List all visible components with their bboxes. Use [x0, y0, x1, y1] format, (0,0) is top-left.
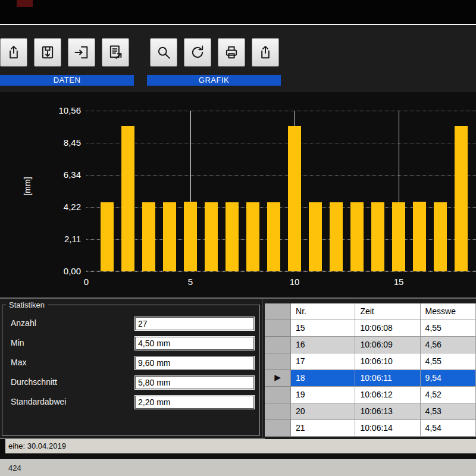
toolbar-group-grafik: GRAFIK [147, 25, 281, 86]
stat-label-max: Max [11, 358, 26, 367]
row-header[interactable] [265, 337, 291, 353]
table-cell[interactable]: 20 [291, 403, 355, 420]
toolbar-button-open-measurement[interactable] [0, 38, 27, 67]
grid-corner-cell [265, 303, 291, 320]
stat-field-durchschnitt[interactable] [134, 375, 255, 390]
divider [0, 453, 476, 459]
stat-field-max[interactable] [134, 356, 255, 370]
row-header[interactable] [265, 387, 291, 403]
chart-plot [86, 111, 476, 271]
table-row[interactable]: 1510:06:084,55 [265, 320, 476, 337]
y-tick-label: 8,45 [35, 137, 81, 148]
row-header[interactable] [265, 420, 291, 437]
x-tick-label: 10 [286, 277, 303, 287]
toolbar-group-daten: DATEN [0, 25, 134, 86]
y-tick-label: 4,22 [35, 202, 81, 212]
table-cell[interactable]: 10:06:13 [355, 403, 420, 420]
table-cell[interactable]: 18 [291, 370, 355, 387]
chart-bar [226, 202, 239, 271]
grid-header-row: Nr.ZeitMesswe [265, 303, 476, 320]
y-tick-label: 6,34 [35, 170, 81, 180]
table-cell[interactable]: 21 [291, 420, 355, 437]
toolbar-button-save-measurement[interactable] [34, 38, 61, 67]
door-arrow-in-icon [73, 44, 90, 61]
status-bar: eihe: 30.04.2019 [0, 439, 476, 453]
gridline-horizontal [86, 143, 476, 143]
table-cell[interactable]: 19 [291, 387, 355, 403]
magnifier-icon [155, 44, 172, 61]
table-cell[interactable]: 10:06:11 [355, 370, 420, 387]
gridline-horizontal [86, 175, 476, 176]
x-tick-label: 15 [390, 277, 408, 287]
x-tick-label: 0 [77, 277, 95, 287]
stat-field-min[interactable] [134, 336, 255, 350]
toolbar: DATENGRAFIK [0, 25, 476, 92]
row-selection-marker[interactable]: ▶ [265, 370, 291, 387]
table-cell[interactable]: 4,56 [421, 337, 476, 353]
chart-bar [267, 202, 280, 271]
panel-divider [262, 299, 262, 438]
table-row[interactable]: ▶1810:06:119,54 [265, 370, 476, 387]
toolbar-button-export-graphic[interactable] [252, 38, 279, 67]
grid-column-header-messwe[interactable]: Messwe [421, 303, 476, 320]
table-row[interactable]: 1610:06:094,56 [265, 337, 476, 353]
stat-label-min: Min [11, 338, 24, 347]
stat-field-anzahl[interactable] [134, 317, 255, 331]
toolbar-button-refresh[interactable] [184, 38, 211, 67]
table-cell[interactable]: 10:06:08 [355, 320, 420, 337]
chart-bar [330, 202, 343, 271]
table-cell[interactable]: 9,54 [421, 370, 476, 387]
table-cell[interactable]: 10:06:14 [355, 420, 420, 437]
table-row[interactable]: 2110:06:144,54 [265, 420, 476, 437]
table-cell[interactable]: 4,55 [421, 320, 476, 337]
table-cell[interactable]: 10:06:09 [355, 337, 420, 353]
gridline-horizontal [86, 271, 476, 272]
table-cell[interactable]: 15 [291, 320, 355, 337]
toolbar-group-label-daten: DATEN [0, 75, 134, 86]
row-header[interactable] [265, 353, 291, 370]
app-icon [17, 0, 33, 7]
table-cell[interactable]: 4,53 [421, 403, 476, 420]
chart-bar [101, 202, 114, 271]
table-cell[interactable]: 4,55 [421, 353, 476, 370]
stat-label-anzahl: Anzahl [11, 318, 36, 328]
y-tick-label: 0,00 [35, 266, 81, 276]
table-row[interactable]: 1910:06:124,52 [265, 387, 476, 403]
toolbar-button-zoom[interactable] [150, 38, 177, 67]
y-tick-label: 10,56 [35, 105, 81, 115]
toolbar-button-row [147, 38, 279, 67]
chart-bar [413, 202, 426, 271]
chart-bar [455, 126, 468, 271]
statistics-panel: Statistiken AnzahlMinMaxDurchschnittStan… [2, 305, 260, 436]
toolbar-button-export-data[interactable] [68, 38, 95, 67]
gridline-horizontal [86, 111, 476, 111]
data-grid: Nr.ZeitMesswe1510:06:084,551610:06:094,5… [265, 303, 476, 439]
toolbar-button-print[interactable] [218, 38, 245, 67]
chart-bar [371, 202, 384, 271]
row-header[interactable] [265, 403, 291, 420]
stat-label-standardabwei: Standardabwei [11, 397, 66, 406]
status-text: eihe: 30.04.2019 [8, 441, 66, 450]
table-cell[interactable]: 10:06:12 [355, 387, 420, 403]
door-arrow-up-icon [5, 44, 22, 61]
y-tick-label: 2,11 [35, 234, 81, 244]
chart-bar [434, 202, 447, 271]
toolbar-group-label-grafik: GRAFIK [147, 75, 281, 86]
stat-field-standardabwei[interactable] [134, 395, 255, 409]
chart-bar [288, 126, 301, 271]
table-cell[interactable]: 17 [291, 353, 355, 370]
chart-bar [309, 202, 322, 271]
table-row[interactable]: 2010:06:134,53 [265, 403, 476, 420]
table-cell[interactable]: 10:06:10 [355, 353, 420, 370]
door-arrow-up-icon [257, 44, 274, 61]
table-row[interactable]: 1710:06:104,55 [265, 353, 476, 370]
grid-column-header-nr[interactable]: Nr. [291, 303, 355, 320]
titlebar [0, 0, 476, 24]
stat-label-durchschnitt: Durchschnitt [11, 377, 57, 387]
table-cell[interactable]: 4,52 [421, 387, 476, 403]
grid-column-header-zeit[interactable]: Zeit [355, 303, 420, 320]
row-header[interactable] [265, 320, 291, 337]
toolbar-button-report[interactable] [102, 38, 129, 67]
table-cell[interactable]: 4,54 [421, 420, 476, 437]
table-cell[interactable]: 16 [291, 337, 355, 353]
